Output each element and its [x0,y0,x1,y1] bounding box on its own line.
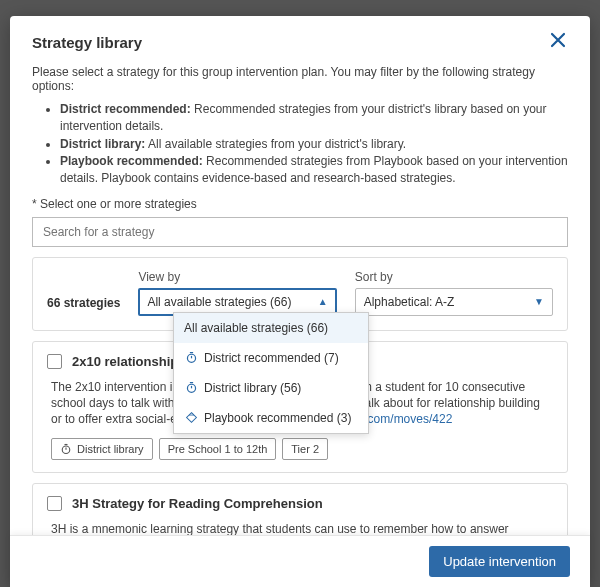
view-by-label: View by [138,270,336,284]
strategy-checkbox[interactable] [47,354,62,369]
diamond-icon [184,411,198,425]
list-item: District library: All available strategi… [60,136,568,153]
dropdown-item-all[interactable]: All available strategies (66) [174,313,368,343]
filters-panel: 66 strategies View by All available stra… [32,257,568,331]
strategy-title: 3H Strategy for Reading Comprehension [72,496,323,511]
tag-grade: Pre School 1 to 12th [159,438,277,460]
update-intervention-button[interactable]: Update intervention [429,546,570,577]
filter-options-list: District recommended: Recommended strate… [32,101,568,187]
stopwatch-icon [184,381,198,395]
close-icon [550,32,566,48]
stopwatch-icon [184,351,198,365]
strategy-library-modal: Strategy library Please select a strateg… [10,16,590,587]
strategy-tags: District library Pre School 1 to 12th Ti… [47,438,553,460]
sort-by-column: Sort by Alphabetical: A-Z ▼ [355,270,553,316]
dropdown-item-district-library[interactable]: District library (56) [174,373,368,403]
sort-by-label: Sort by [355,270,553,284]
view-by-column: View by All available strategies (66) ▲ [138,270,336,316]
search-input[interactable] [32,217,568,247]
stopwatch-icon [60,443,72,455]
dropdown-item-district-recommended[interactable]: District recommended (7) [174,343,368,373]
strategy-checkbox[interactable] [47,496,62,511]
chevron-down-icon: ▼ [534,296,544,307]
sort-by-select[interactable]: Alphabetical: A-Z ▼ [355,288,553,316]
chevron-up-icon: ▲ [318,296,328,307]
modal-title: Strategy library [32,34,568,51]
tag-district-library: District library [51,438,153,460]
strategy-count: 66 strategies [47,296,120,316]
close-button[interactable] [550,32,572,54]
list-item: District recommended: Recommended strate… [60,101,568,135]
intro-text: Please select a strategy for this group … [32,65,568,93]
select-strategies-label: * Select one or more strategies [32,197,568,211]
footer-bar: Update intervention [10,535,590,587]
tag-tier: Tier 2 [282,438,328,460]
dropdown-item-playbook-recommended[interactable]: Playbook recommended (3) [174,403,368,433]
list-item: Playbook recommended: Recommended strate… [60,153,568,187]
view-by-dropdown: All available strategies (66) District r… [173,312,369,434]
